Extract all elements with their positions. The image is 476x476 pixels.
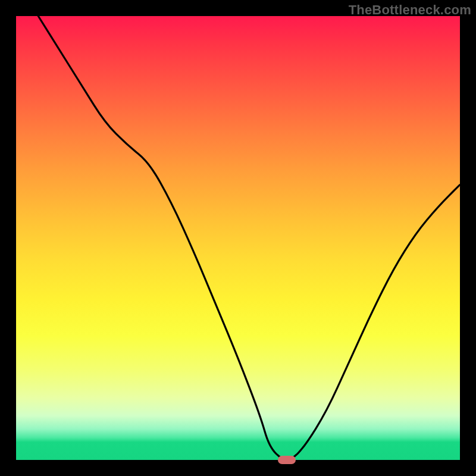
watermark-text: TheBottleneck.com [349,2,471,18]
plot-area [16,16,460,460]
chart-frame: TheBottleneck.com [0,0,476,476]
bottleneck-curve [16,16,460,460]
optimal-point-marker [278,456,296,464]
